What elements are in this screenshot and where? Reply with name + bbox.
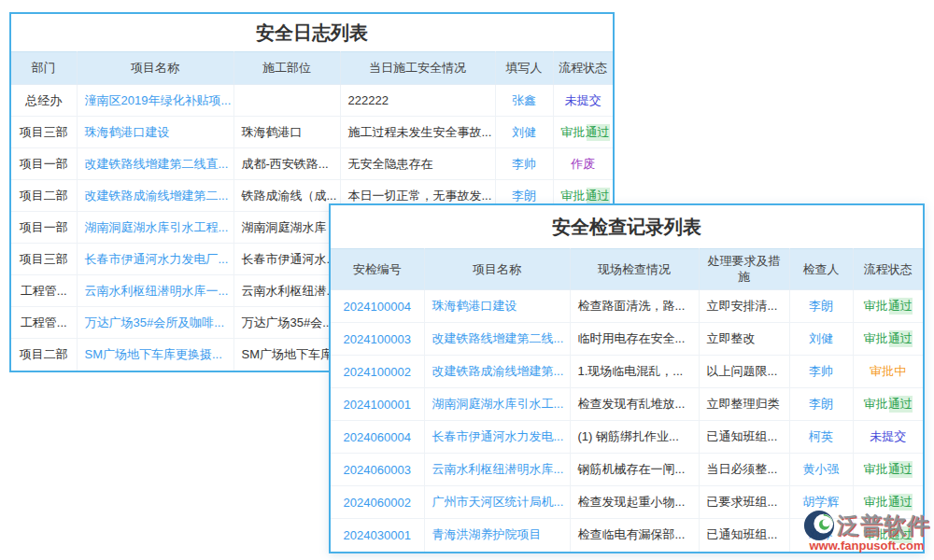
cell-project-name: 万达广场35#会所及咖啡... [77, 307, 234, 339]
cell-inspector-link[interactable]: 李朗 [809, 299, 833, 313]
cell-project-name-link[interactable]: 湖南洞庭湖水库引水工... [432, 397, 564, 411]
cell-project-name: 改建铁路成渝线增建第二... [77, 180, 234, 212]
cell-construction-part [234, 85, 340, 117]
cell-dept: 总经办 [11, 85, 77, 117]
cell-flow-status: 审批中 [853, 356, 923, 388]
cell-project-name-link[interactable]: 湖南洞庭湖水库引水工程... [85, 220, 229, 234]
cell-writer-link[interactable]: 李帅 [512, 157, 536, 171]
cell-flow-status-text: 未提交 [565, 92, 601, 109]
cell-inspector: 李朗 [789, 388, 853, 421]
col-header-action: 处理要求及措施 [699, 249, 789, 290]
cell-inspector-link[interactable]: 胡学辉 [803, 495, 840, 509]
cell-dept: 工程管... [11, 307, 77, 339]
cell-dept: 项目三部 [11, 244, 77, 275]
col-header-writer: 填写人 [495, 52, 553, 85]
cell-flow-status: 审批通过 [553, 117, 613, 148]
cell-inspector-link[interactable]: 柯英 [809, 429, 833, 443]
cell-project-name-link[interactable]: 长春市伊通河水力发电厂... [85, 252, 229, 266]
cell-flow-status: 未提交 [553, 85, 613, 117]
cell-safety-situation: 无安全隐患存在 [340, 148, 495, 180]
cell-project-name-link[interactable]: 云南水利枢纽潜明水库... [432, 462, 564, 476]
cell-inspection-no-link[interactable]: 2024100002 [344, 365, 411, 379]
cell-inspector: 刘健 [789, 323, 853, 356]
cell-project-name: 珠海鹤港口建设 [424, 290, 570, 323]
cell-project-name-link[interactable]: 改建铁路线增建第二线直... [85, 157, 229, 171]
cell-required-action: 立即整理归类 [699, 388, 789, 421]
cell-flow-status-text: 审批通过 [864, 461, 913, 478]
cell-inspection-no: 2024100004 [331, 290, 424, 323]
cell-construction-part: 成都-西安铁路... [234, 148, 340, 180]
cell-required-action: 已要求班组... [699, 486, 789, 519]
cell-writer-link[interactable]: 张鑫 [512, 93, 536, 107]
cell-project-name-link[interactable]: 万达广场35#会所及咖啡... [85, 315, 225, 329]
cell-inspector-link[interactable]: 黄小强 [803, 462, 840, 476]
cell-dept: 工程管... [11, 275, 77, 307]
cell-inspector: 黄小强 [789, 454, 853, 486]
cell-project-name-link[interactable]: 珠海鹤港口建设 [85, 125, 170, 139]
cell-inspection-no: 2024030001 [331, 519, 424, 552]
cell-project-name-link[interactable]: 青海洪湖养护院项目 [432, 527, 542, 541]
cell-safety-situation: 施工过程未发生安全事故... [340, 117, 495, 148]
inspection-table-row: 2024100002改建铁路成渝线增建第...1.现场临电混乱，...以上问题限… [331, 356, 923, 388]
cell-inspector-link[interactable]: 刘健 [809, 331, 833, 345]
cell-inspection-no-link[interactable]: 2024030001 [344, 528, 411, 542]
vendor-watermark: 泛普软件 www.fanpusoft.com [803, 510, 930, 553]
cell-project-name-link[interactable]: 改建铁路成渝线增建第二... [85, 189, 229, 203]
cell-dept: 项目一部 [11, 212, 77, 244]
inspection-table-row: 2024100003改建铁路线增建第二线...临时用电存在安全...立即整改刘健… [331, 323, 923, 356]
cell-writer-link[interactable]: 刘健 [512, 125, 536, 139]
cell-project-name-link[interactable]: 改建铁路成渝线增建第... [432, 364, 564, 378]
cell-dept: 项目二部 [11, 339, 77, 371]
col-header-status: 流程状态 [553, 52, 613, 85]
cell-inspection-no-link[interactable]: 2024100004 [344, 300, 411, 314]
log-table-row: 项目三部珠海鹤港口建设珠海鹤港口施工过程未发生安全事故...刘健审批通过 [11, 117, 613, 148]
cell-required-action: 立即整改 [699, 323, 789, 356]
cell-site-finding: 检查发现有乱堆放... [570, 388, 699, 421]
cell-inspection-no-link[interactable]: 2024100001 [344, 398, 411, 412]
cell-inspection-no-link[interactable]: 2024060003 [344, 463, 411, 477]
cell-inspection-no: 2024100003 [331, 323, 424, 356]
cell-required-action: 已通知班组... [699, 421, 789, 454]
cell-required-action: 立即安排清... [699, 290, 789, 323]
cell-project-name: 广州市天河区统计局机... [424, 486, 570, 519]
cell-dept: 项目二部 [11, 180, 77, 212]
safety-log-title: 安全日志列表 [11, 14, 613, 51]
cell-inspection-no-link[interactable]: 2024060002 [344, 496, 411, 510]
cell-project-name: 湖南洞庭湖水库引水工... [424, 388, 570, 421]
cell-flow-status-text: 未提交 [870, 428, 906, 445]
cell-flow-status-text: 审批通过 [864, 396, 913, 413]
cell-construction-part: SM广场地下车库 [234, 339, 340, 371]
safety-inspection-table: 安检编号 项目名称 现场检查情况 处理要求及措施 检查人 流程状态 202410… [331, 248, 923, 552]
cell-site-finding: 检查路面清洗，路... [570, 290, 699, 323]
cell-flow-status: 审批通过 [853, 290, 923, 323]
cell-construction-part: 铁路成渝线（成... [234, 180, 340, 212]
cell-site-finding: 检查发现起重小物... [570, 486, 699, 519]
cell-project-name-link[interactable]: 潼南区2019年绿化补贴项... [85, 93, 232, 107]
cell-inspection-no: 2024060002 [331, 486, 424, 519]
cell-writer-link[interactable]: 李朗 [512, 189, 536, 203]
cell-flow-status: 未提交 [853, 421, 923, 454]
cell-site-finding: (1) 钢筋绑扎作业... [570, 421, 699, 454]
cell-flow-status-text: 审批通过 [561, 188, 610, 204]
table-header-row: 安检编号 项目名称 现场检查情况 处理要求及措施 检查人 流程状态 [331, 249, 923, 290]
cell-inspection-no-link[interactable]: 2024100003 [344, 332, 411, 346]
cell-project-name: 青海洪湖养护院项目 [424, 519, 570, 552]
cell-project-name-link[interactable]: 长春市伊通河水力发电... [432, 429, 564, 443]
cell-project-name: 改建铁路线增建第二线直... [77, 148, 234, 180]
cell-inspector-link[interactable]: 李帅 [809, 364, 833, 378]
col-header-inspector: 检查人 [789, 249, 853, 290]
cell-inspector-link[interactable]: 李朗 [809, 397, 833, 411]
col-header-finding: 现场检查情况 [570, 249, 699, 290]
cell-project-name-link[interactable]: 广州市天河区统计局机... [432, 495, 564, 509]
cell-dept: 项目一部 [11, 148, 77, 180]
cell-project-name-link[interactable]: 改建铁路线增建第二线... [432, 331, 564, 345]
cell-writer: 李帅 [495, 148, 553, 180]
inspection-table-row: 2024060004长春市伊通河水力发电...(1) 钢筋绑扎作业...已通知班… [331, 421, 923, 454]
cell-inspection-no-link[interactable]: 2024060004 [344, 430, 411, 444]
cell-project-name-link[interactable]: SM广场地下车库更换摄... [85, 347, 222, 361]
cell-flow-status-text: 审批通过 [561, 124, 610, 141]
cell-project-name-link[interactable]: 珠海鹤港口建设 [432, 299, 517, 313]
cell-construction-part: 长春市伊通河水... [234, 244, 340, 275]
cell-project-name-link[interactable]: 云南水利枢纽潜明水库一... [85, 284, 229, 298]
cell-dept: 项目三部 [11, 117, 77, 148]
